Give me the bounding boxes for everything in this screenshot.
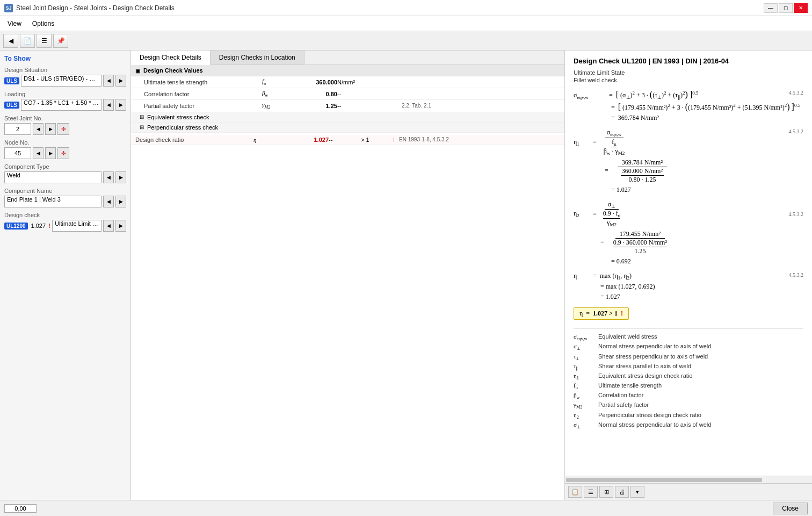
legend-desc-6: Correlation factor [598, 392, 643, 398]
subsection-label-equiv: Equivalent stress check [147, 114, 209, 120]
design-situation-row: ULS DS1 - ULS (STR/GEO) - Perma... ◀ ▶ [4, 75, 126, 87]
row-label-ratio: Design check ratio [135, 137, 253, 143]
close-window-button[interactable]: ✕ [794, 3, 808, 13]
legend-sym-6: βw [574, 392, 595, 400]
table-row-correlation: Correlation factor βw 0.80 -- [131, 88, 564, 100]
legend-section: σeqv,w Equivalent weld stress σ⊥ Normal … [574, 328, 803, 429]
component-type-label: Component Type [4, 163, 126, 170]
right-state: Ultimate Limit State [574, 69, 803, 76]
right-tb-dropdown[interactable]: ▾ [630, 486, 644, 498]
row-warning-ratio: ! [393, 137, 395, 143]
component-type-prev[interactable]: ◀ [103, 171, 114, 183]
right-tb-copy[interactable]: 📋 [568, 486, 582, 498]
right-tb-grid[interactable]: ⊞ [599, 486, 613, 498]
row-ref-safety: 2.2, Tab. 2.1 [402, 103, 482, 109]
row-unit-tensile: N/mm² [337, 79, 369, 85]
joint-no-row: 2 ◀ ▶ ✛ [4, 123, 126, 135]
close-button[interactable]: Close [773, 503, 808, 514]
joint-no-prev[interactable]: ◀ [33, 123, 44, 135]
row-value-ratio: 1.027 [286, 137, 329, 143]
row-unit-correlation: -- [337, 91, 369, 97]
design-check-ratio: 1.027 [30, 223, 48, 229]
legend-desc-8: Perpendicular stress design check ratio [598, 412, 701, 418]
section-header-design-check-values[interactable]: ▣ Design Check Values [131, 65, 564, 76]
joint-no-next[interactable]: ▶ [45, 123, 56, 135]
tab-design-checks-location[interactable]: Design Checks in Location [211, 51, 305, 64]
legend-desc-3: Shear stress parallel to axis of weld [598, 363, 691, 369]
tabs-row: Design Check Details Design Checks in Lo… [131, 51, 564, 65]
design-check-label: Design check [4, 212, 126, 218]
minimize-button[interactable]: — [764, 3, 778, 13]
toolbar: ◀ 📄 ☰ 📌 [0, 31, 812, 51]
toolbar-doc[interactable]: 📄 [20, 34, 35, 48]
legend-desc-7: Partial safety factor [598, 402, 649, 408]
design-situation-prev[interactable]: ◀ [103, 75, 114, 87]
subsection-equiv-stress[interactable]: ⊞ Equivalent stress check [131, 112, 564, 123]
design-check-next[interactable]: ▶ [115, 220, 126, 232]
row-label-tensile: Ultimate tensile strength [144, 79, 262, 85]
menu-options[interactable]: Options [27, 18, 60, 30]
subsection-perp-stress[interactable]: ⊞ Perpendicular stress check [131, 123, 564, 133]
right-tb-list[interactable]: ☰ [584, 486, 598, 498]
loading-prev[interactable]: ◀ [103, 99, 114, 111]
legend-desc-5: Ultimate tensile strength [598, 382, 662, 389]
component-name-dropdown[interactable]: End Plate 1 | Weld 3 [4, 196, 102, 207]
node-no-select[interactable]: ✛ [57, 147, 69, 159]
toolbar-list[interactable]: ☰ [37, 34, 52, 48]
joint-no-input[interactable]: 2 [4, 123, 31, 135]
expand-icon: ▣ [135, 68, 140, 74]
design-situation-label: Design Situation [4, 67, 126, 73]
legend-sym-9: σ⊥ [574, 421, 595, 429]
row-symbol-tensile: fu [262, 78, 294, 86]
legend-sym-1: σ⊥ [574, 343, 595, 351]
center-panel: Design Check Details Design Checks in Lo… [131, 51, 565, 500]
loading-dropdown[interactable]: CO7 - 1.35 * LC1 + 1.50 * LC5... [21, 99, 102, 111]
tab-design-check-details[interactable]: Design Check Details [131, 51, 211, 65]
component-name-next[interactable]: ▶ [115, 196, 126, 207]
design-check-prev[interactable]: ◀ [103, 220, 114, 232]
joint-no-label: Steel Joint No. [4, 115, 126, 121]
row-value-safety: 1.25 [294, 103, 337, 109]
legend-desc-9: Normal stress perpendicular to axis of w… [598, 421, 711, 428]
joint-no-select[interactable]: ✛ [57, 123, 69, 135]
toolbar-pin[interactable]: 📌 [53, 34, 68, 48]
design-situation-dropdown[interactable]: DS1 - ULS (STR/GEO) - Perma... [21, 75, 102, 87]
node-no-input[interactable]: 45 [4, 147, 31, 159]
node-no-row: 45 ◀ ▶ ✛ [4, 147, 126, 159]
right-scrollbar[interactable] [565, 476, 812, 483]
loading-badge: ULS [4, 102, 19, 109]
legend-sym-7: γM2 [574, 402, 595, 410]
right-panel: Design Check UL1200 | EN 1993 | DIN | 20… [565, 51, 812, 500]
row-value-tensile: 360.000 [294, 79, 337, 85]
right-tb-print[interactable]: 🖨 [615, 486, 629, 498]
right-title: Design Check UL1200 | EN 1993 | DIN | 20… [574, 57, 803, 65]
component-name-label: Component Name [4, 188, 126, 194]
design-situation-badge: ULS [4, 77, 19, 84]
toolbar-back[interactable]: ◀ [3, 34, 18, 48]
node-no-next[interactable]: ▶ [45, 147, 56, 159]
status-bar: 0,00 Close [0, 500, 812, 516]
status-value: 0,00 [4, 504, 37, 513]
component-name-prev[interactable]: ◀ [103, 196, 114, 207]
right-content: Design Check UL1200 | EN 1993 | DIN | 20… [565, 51, 812, 476]
design-situation-next[interactable]: ▶ [115, 75, 126, 87]
loading-next[interactable]: ▶ [115, 99, 126, 111]
panel-title: To Show [4, 55, 126, 62]
component-type-dropdown[interactable]: Weld [4, 171, 102, 183]
legend-desc-1: Normal stress perpendicular to axis of w… [598, 343, 711, 349]
loading-row: ULS CO7 - 1.35 * LC1 + 1.50 * LC5... ◀ ▶ [4, 99, 126, 111]
row-symbol-correlation: βw [262, 90, 294, 98]
legend-desc-0: Equivalent weld stress [598, 333, 657, 340]
node-no-prev[interactable]: ◀ [33, 147, 44, 159]
table-row-safety: Partial safety factor γM2 1.25 -- 2.2, T… [131, 100, 564, 112]
maximize-button[interactable]: ◻ [779, 3, 793, 13]
row-unit-ratio: -- [329, 137, 361, 143]
component-type-next[interactable]: ▶ [115, 171, 126, 183]
table-row-design-ratio: Design check ratio η 1.027 -- > 1 ! EN 1… [131, 135, 564, 145]
design-check-desc[interactable]: Ultimate Limit Sta... [52, 220, 102, 232]
row-label-safety: Partial safety factor [144, 103, 262, 109]
menu-view[interactable]: View [2, 18, 27, 30]
app-icon: SJ [4, 4, 13, 12]
legend-desc-4: Equivalent stress design check ratio [598, 372, 692, 379]
row-symbol-safety: γM2 [262, 102, 294, 110]
